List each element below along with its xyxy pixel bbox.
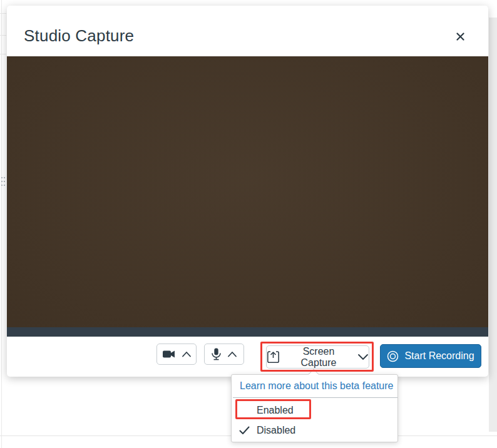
background-line [0, 13, 6, 14]
background-line [0, 35, 6, 36]
screen-capture-button[interactable]: Screen Capture [266, 345, 369, 369]
drag-handle-icon [1, 177, 6, 188]
camera-icon [162, 349, 176, 359]
camera-select-button[interactable] [156, 344, 197, 365]
check-icon [239, 426, 257, 435]
dialog-title: Studio Capture [24, 26, 134, 46]
record-icon [387, 350, 399, 362]
menu-divider [233, 397, 397, 398]
start-recording-label: Start Recording [404, 350, 474, 362]
chevron-down-icon [357, 354, 369, 360]
menu-item-enabled[interactable]: Enabled [232, 402, 399, 419]
microphone-icon [211, 348, 222, 360]
background-page-column [489, 18, 497, 432]
camera-preview [7, 56, 488, 327]
background-page-edge [1, 0, 2, 448]
menu-item-label: Enabled [257, 405, 294, 416]
beta-feature-link[interactable]: Learn more about this beta feature [240, 380, 394, 392]
chevron-up-icon [182, 351, 192, 357]
start-recording-button[interactable]: Start Recording [380, 344, 481, 368]
background-line [0, 54, 6, 54]
screen-capture-menu: Learn more about this beta feature Enabl… [231, 374, 398, 442]
close-button[interactable] [453, 29, 467, 43]
studio-capture-dialog: Studio Capture [7, 6, 488, 377]
menu-item-disabled[interactable]: Disabled [232, 422, 399, 439]
microphone-select-button[interactable] [204, 344, 244, 365]
close-icon [456, 33, 464, 41]
menu-item-label: Disabled [257, 425, 295, 436]
screen-upload-icon [267, 350, 280, 364]
preview-status-bar [7, 327, 488, 337]
screen-capture-label: Screen Capture [286, 346, 351, 369]
chevron-up-icon [227, 351, 237, 357]
dialog-header: Studio Capture [7, 6, 488, 56]
